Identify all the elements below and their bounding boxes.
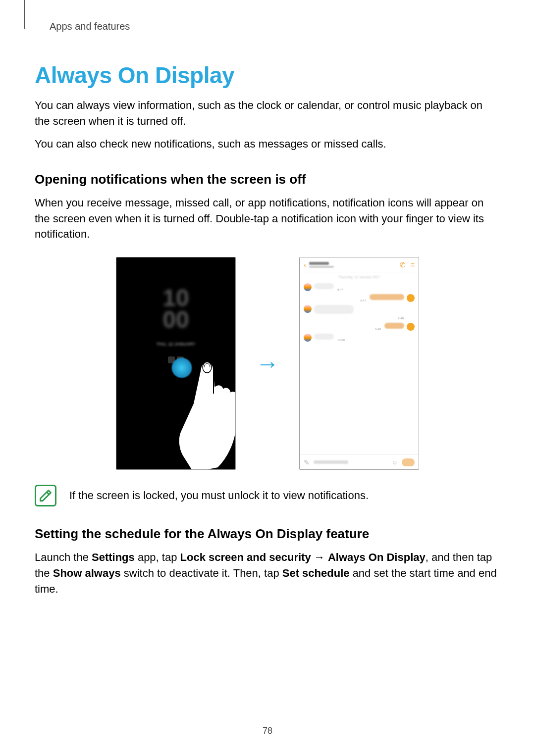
section-para-schedule: Launch the Settings app, tap Lock screen…: [35, 550, 500, 597]
screenshot-aod: 10 00 THU, 12 JANUARY: [116, 257, 236, 470]
message-bubble: [314, 283, 334, 289]
emoji-icon[interactable]: ☺: [392, 459, 398, 466]
chat-date: Thursday, 12 January 2017: [300, 272, 419, 282]
aod-date: THU, 12 JANUARY: [116, 342, 235, 347]
message-input[interactable]: [314, 460, 348, 464]
message-bubble: [384, 323, 404, 329]
note-callout: If the screen is locked, you must unlock…: [35, 485, 500, 506]
message-row: 9:47: [300, 282, 419, 293]
message-row: 10:00: [300, 332, 419, 343]
intro-para-2: You can also check new notifications, su…: [35, 136, 500, 152]
intro-para-1: You can always view information, such as…: [35, 98, 500, 129]
message-bubble: [314, 305, 354, 314]
message-time: 9:48: [397, 317, 405, 320]
breadcrumb: Apps and features: [50, 21, 500, 32]
page-title: Always On Display: [35, 62, 500, 89]
chat-header: ‹ ✆ ≡: [300, 257, 419, 272]
screenshot-messages: ‹ ✆ ≡ Thursday, 12 January 2017 9:47 9:4…: [299, 257, 419, 470]
hand-icon: [163, 356, 236, 470]
page-number: 78: [0, 726, 535, 736]
chat-input-bar: ✎ ☺: [300, 454, 419, 469]
side-rule: [24, 0, 25, 29]
message-time: 9:48: [374, 328, 382, 331]
message-time: 9:47: [336, 288, 344, 291]
aod-clock-mins: 00: [116, 309, 235, 330]
message-row: 9:47: [300, 293, 419, 303]
message-row: 9:48: [300, 321, 419, 332]
hand-gesture: [146, 349, 236, 470]
figure-double-tap: 10 00 THU, 12 JANUARY → ‹: [35, 257, 500, 470]
message-bubble: [314, 334, 334, 340]
section-para-opening: When you receive message, missed call, o…: [35, 195, 500, 243]
avatar: [304, 334, 312, 342]
message-time: 9:47: [359, 299, 367, 302]
message-time: 10:00: [336, 339, 346, 342]
message-row: 9:48: [300, 315, 419, 321]
note-icon: [35, 485, 56, 506]
avatar: [407, 294, 415, 302]
message-bubble: [370, 294, 404, 300]
aod-clock-hours: 10: [116, 287, 235, 308]
manual-page: Apps and features Always On Display You …: [0, 0, 535, 756]
message-row: [300, 303, 419, 315]
section-heading-opening: Opening notifications when the screen is…: [35, 172, 500, 187]
section-heading-schedule: Setting the schedule for the Always On D…: [35, 526, 500, 542]
avatar: [407, 323, 415, 331]
send-button[interactable]: [402, 458, 415, 466]
chat-title: [309, 262, 397, 268]
menu-icon[interactable]: ≡: [411, 261, 415, 269]
avatar: [304, 283, 312, 291]
note-text: If the screen is locked, you must unlock…: [69, 489, 369, 502]
avatar: [304, 305, 312, 313]
aod-clock: 10 00: [116, 287, 235, 330]
back-icon[interactable]: ‹: [304, 261, 306, 269]
attach-icon[interactable]: ✎: [304, 458, 310, 466]
arrow-right-icon: →: [256, 350, 279, 377]
call-icon[interactable]: ✆: [400, 261, 406, 269]
